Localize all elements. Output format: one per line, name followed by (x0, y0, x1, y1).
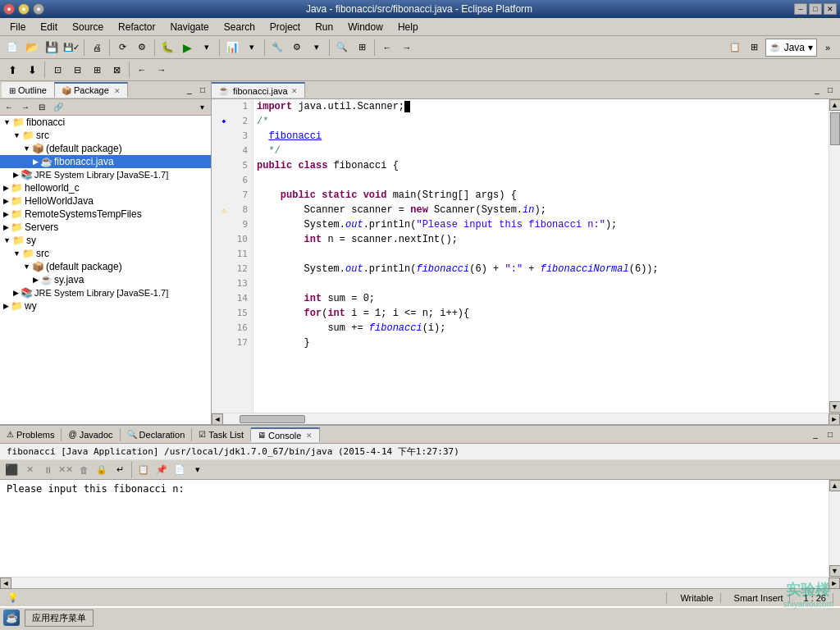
win-maximize[interactable]: □ (809, 3, 822, 15)
triangle-default-pkg[interactable]: ▼ (23, 144, 30, 153)
menu-source[interactable]: Source (66, 20, 110, 34)
tb-run[interactable]: ▶ (178, 39, 196, 57)
perspective-selector[interactable]: ☕ Java ▾ (765, 39, 817, 57)
editor-hscrollbar[interactable]: ◄ ► (212, 413, 840, 424)
tb-perspective-menu[interactable]: » (819, 39, 837, 57)
maximize-btn[interactable]: ● (33, 3, 44, 15)
console-output[interactable]: Please input this fibonacci n: (0, 480, 829, 577)
scroll-right-btn[interactable]: ► (829, 413, 840, 425)
tb-search[interactable]: 🔍 (333, 39, 351, 57)
tab-outline[interactable]: ⊞ Outline (2, 82, 54, 98)
triangle-sy[interactable]: ▼ (3, 236, 11, 244)
win-close[interactable]: ✕ (824, 3, 837, 15)
tree-item-wy[interactable]: ▶ 📁 wy (0, 299, 211, 313)
tree-item-default-pkg[interactable]: ▼ 📦 (default package) (0, 142, 211, 155)
tb2-h2[interactable]: ⊟ (68, 61, 86, 79)
console-scroll-up[interactable]: ▲ (829, 480, 841, 491)
editor-vscrollbar[interactable]: ▲ ▼ (829, 99, 840, 413)
console-terminate[interactable]: ✕ (21, 463, 38, 477)
tb-open[interactable]: 📂 (23, 39, 41, 57)
panel-minimize[interactable]: _ (183, 84, 196, 97)
menu-help[interactable]: Help (391, 20, 425, 34)
tb2-fwd[interactable]: → (153, 61, 171, 79)
tree-item-sy-java[interactable]: ▶ ☕ sy.java (0, 273, 211, 286)
console-copy[interactable]: 📄 (171, 463, 188, 477)
console-vscrollbar[interactable]: ▲ ▼ (829, 480, 840, 577)
tb-print[interactable]: 🖨 (88, 39, 106, 57)
console-pin[interactable]: 📌 (153, 463, 170, 477)
triangle-jre1[interactable]: ▶ (13, 171, 19, 179)
tree-view[interactable]: ▼ 📁 fibonacci ▼ 📁 src ▼ 📦 (default packa… (0, 116, 211, 424)
menu-window[interactable]: Window (341, 20, 390, 34)
scroll-down-btn[interactable]: ▼ (829, 401, 841, 413)
tree-tb-link[interactable]: 🔗 (51, 101, 66, 114)
tab-console[interactable]: 🖥 Console ✕ (251, 427, 320, 442)
bottom-minimize[interactable]: _ (809, 428, 822, 441)
tb2-next[interactable]: ⬇ (23, 61, 41, 79)
editor-maximize[interactable]: □ (824, 84, 837, 97)
tb-ext3-dropdown[interactable]: ▾ (308, 39, 326, 57)
scroll-thumb-editor[interactable] (830, 112, 840, 145)
editor-minimize[interactable]: _ (810, 84, 824, 97)
tree-tb-menu[interactable]: ▾ (194, 101, 209, 114)
menu-run[interactable]: Run (308, 20, 340, 34)
triangle-servers[interactable]: ▶ (3, 223, 9, 231)
console-left-btn[interactable]: ◄ (0, 578, 11, 589)
menu-file[interactable]: File (3, 20, 32, 34)
tb2-h1[interactable]: ⊡ (48, 61, 66, 79)
editor-tab-fibonacci[interactable]: ☕ fibonacci.java ✕ (212, 82, 305, 98)
hscroll-thumb-editor[interactable] (240, 415, 305, 423)
console-scroll-down[interactable]: ▼ (829, 565, 841, 577)
tree-item-sy-src[interactable]: ▼ 📁 src (0, 247, 211, 260)
tb-debug[interactable]: 🐛 (158, 39, 176, 57)
triangle-sy-jre[interactable]: ▶ (13, 289, 19, 297)
tree-item-fibonacci-java[interactable]: ▶ ☕ fibonacci.java (0, 155, 211, 168)
tb-perspective-sync[interactable]: ⊞ (746, 39, 764, 57)
tb-properties[interactable]: ⚙ (133, 39, 151, 57)
tree-item-helloworld-c[interactable]: ▶ 📁 helloworld_c (0, 181, 211, 194)
minimize-btn[interactable]: ● (18, 3, 30, 15)
tab-javadoc[interactable]: @ Javadoc (62, 428, 120, 441)
code-content[interactable]: import java.util.Scanner;| /* fibonacci … (253, 99, 829, 413)
triangle-wy[interactable]: ▶ (3, 302, 9, 310)
triangle-sy-java[interactable]: ▶ (33, 276, 39, 284)
tb-save-all[interactable]: 💾✓ (62, 39, 80, 57)
console-tab-close[interactable]: ✕ (306, 431, 313, 440)
console-remove[interactable]: ✕✕ (57, 463, 74, 477)
tb-new[interactable]: 📄 (3, 39, 21, 57)
editor-tab-close[interactable]: ✕ (291, 87, 298, 95)
console-hscrollbar[interactable]: ◄ ► (0, 577, 840, 588)
triangle-src[interactable]: ▼ (13, 131, 21, 139)
triangle-fibonacci[interactable]: ▼ (3, 118, 11, 126)
tb-external[interactable]: 🔧 (268, 39, 286, 57)
menu-navigate[interactable]: Navigate (163, 20, 215, 34)
tree-tb-back[interactable]: ← (2, 101, 16, 114)
tab-package[interactable]: 📦 Package ✕ (54, 82, 128, 98)
tb-forward[interactable]: → (398, 39, 416, 57)
menu-search[interactable]: Search (217, 20, 262, 34)
taskbar-app-menu[interactable]: 应用程序菜单 (25, 609, 94, 627)
close-btn[interactable]: ● (3, 3, 15, 15)
tree-tb-fwd[interactable]: → (18, 101, 33, 114)
tb-refresh[interactable]: ⟳ (113, 39, 131, 57)
tree-item-helloworldjava[interactable]: ▶ 📁 HelloWorldJava (0, 194, 211, 208)
tb-back[interactable]: ← (378, 39, 396, 57)
scroll-up-btn[interactable]: ▲ (829, 99, 841, 111)
tb-search2[interactable]: ⊞ (353, 39, 371, 57)
tree-item-jre1[interactable]: ▶ 📚 JRE System Library [JavaSE-1.7] (0, 168, 211, 181)
console-open-console[interactable]: 📋 (135, 463, 152, 477)
tree-item-sy-jre[interactable]: ▶ 📚 JRE System Library [JavaSE-1.7] (0, 286, 211, 299)
console-menu[interactable]: ▾ (189, 463, 206, 477)
tb2-h4[interactable]: ⊠ (107, 61, 126, 79)
scroll-left-btn[interactable]: ◄ (212, 413, 223, 425)
tb-ext2[interactable]: ⚙ (288, 39, 306, 57)
tab-declaration[interactable]: 🔍 Declaration (121, 428, 193, 441)
menu-edit[interactable]: Edit (34, 20, 64, 34)
console-pause[interactable]: ⏸ (39, 463, 56, 477)
tree-item-servers[interactable]: ▶ 📁 Servers (0, 221, 211, 234)
triangle-fibonacci-java[interactable]: ▶ (33, 158, 39, 166)
tree-item-sy[interactable]: ▼ 📁 sy (0, 234, 211, 247)
package-close[interactable]: ✕ (114, 87, 121, 95)
console-clear[interactable]: 🗑 (75, 463, 92, 477)
tb-coverage[interactable]: 📊 (223, 39, 241, 57)
